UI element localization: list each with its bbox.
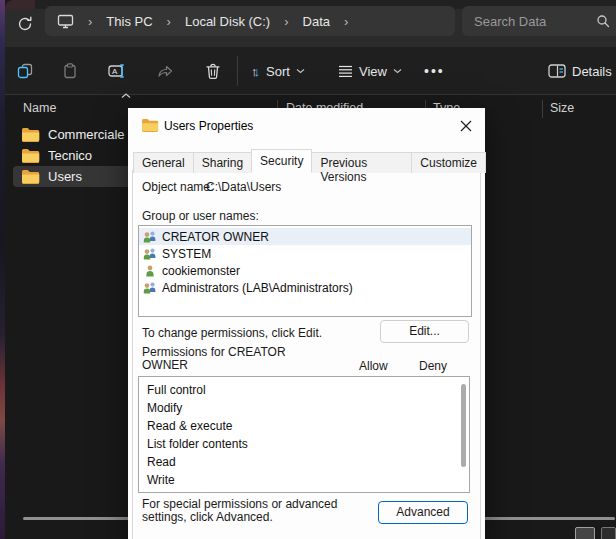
tab-security[interactable]: Security <box>251 149 312 173</box>
sort-ascending-icon <box>121 93 131 99</box>
copy-icon <box>16 62 34 80</box>
breadcrumb-local-disk[interactable]: Local Disk (C:) <box>185 14 270 29</box>
advanced-button[interactable]: Advanced <box>378 501 468 524</box>
chevron-right-icon: › <box>88 14 92 29</box>
sort-button[interactable]: ↑↓ Sort <box>251 58 305 84</box>
principal-creator-owner[interactable]: CREATOR OWNER <box>139 228 471 245</box>
allow-column-label: Allow <box>359 359 388 373</box>
search-icon <box>596 14 610 28</box>
view-icon <box>338 65 353 78</box>
principal-system[interactable]: SYSTEM <box>139 245 471 262</box>
svg-text:A: A <box>112 67 118 76</box>
share-button[interactable] <box>152 58 178 84</box>
object-name-value: C:\Data\Users <box>206 180 281 194</box>
file-name: Tecnico <box>48 148 92 163</box>
permissions-list[interactable]: Full control Modify Read & execute List … <box>138 376 470 493</box>
refresh-icon <box>16 15 34 33</box>
dialog-tabs: General Sharing Security Previous Versio… <box>133 149 485 173</box>
chevron-down-icon <box>296 68 305 74</box>
permission-modify[interactable]: Modify <box>139 399 469 417</box>
breadcrumb-data[interactable]: Data <box>303 14 330 29</box>
delete-button[interactable] <box>200 58 226 84</box>
permissions-for-label: Permissions for CREATOR OWNER <box>142 346 302 372</box>
users-properties-dialog: Users Properties General Sharing Securit… <box>128 108 485 539</box>
group-or-user-names-list[interactable]: CREATOR OWNER SYSTEM cookiemonster <box>138 225 472 317</box>
rename-icon: A <box>107 62 127 80</box>
permission-read-execute[interactable]: Read & execute <box>139 417 469 435</box>
permissions-scrollbar[interactable] <box>461 384 466 467</box>
paste-icon <box>61 62 79 80</box>
sort-label: Sort <box>266 64 290 79</box>
screen: › This PC › Local Disk (C:) › Data › <box>0 0 616 539</box>
deny-column-label: Deny <box>419 359 447 373</box>
copy-button[interactable] <box>12 58 38 84</box>
principal-cookiemonster[interactable]: cookiemonster <box>139 262 471 279</box>
tab-sharing[interactable]: Sharing <box>193 152 252 173</box>
bottom-right-icon <box>601 527 616 539</box>
column-header-name[interactable]: Name <box>23 101 56 115</box>
folder-icon <box>21 127 40 142</box>
breadcrumb-this-pc[interactable]: This PC <box>106 14 152 29</box>
trash-icon <box>204 62 222 80</box>
command-toolbar <box>5 47 616 95</box>
file-name: Commerciale <box>48 127 125 142</box>
group-icon <box>142 281 158 295</box>
permission-list-folder-contents[interactable]: List folder contents <box>139 435 469 453</box>
view-button[interactable]: View <box>338 58 402 84</box>
advanced-hint: For special permissions or advanced sett… <box>142 498 374 524</box>
chevron-down-icon <box>393 68 402 74</box>
permission-full-control[interactable]: Full control <box>139 381 469 399</box>
tab-general[interactable]: General <box>133 152 194 173</box>
refresh-button[interactable] <box>16 15 34 33</box>
principal-name: SYSTEM <box>162 247 211 261</box>
search-input[interactable] <box>474 14 584 29</box>
folder-icon <box>21 169 40 184</box>
chevron-right-icon: › <box>284 14 288 29</box>
group-icon <box>142 247 158 261</box>
object-name-label: Object name: <box>142 180 213 194</box>
column-header-size[interactable]: Size <box>550 101 574 115</box>
principal-name: cookiemonster <box>162 264 240 278</box>
search-box[interactable] <box>462 6 616 36</box>
close-icon <box>458 118 474 134</box>
view-label: View <box>359 64 387 79</box>
more-options-button[interactable]: ••• <box>424 58 445 84</box>
details-label: Details <box>572 64 612 79</box>
edit-button[interactable]: Edit... <box>380 320 469 343</box>
tab-customize[interactable]: Customize <box>411 152 486 173</box>
ellipsis-icon: ••• <box>424 63 445 79</box>
permission-write[interactable]: Write <box>139 471 469 489</box>
dialog-title: Users Properties <box>164 119 253 133</box>
permission-special[interactable]: Special permissions <box>139 489 469 493</box>
principal-name: CREATOR OWNER <box>162 230 269 244</box>
tab-previous-versions[interactable]: Previous Versions <box>311 152 412 173</box>
group-icon <box>142 230 158 244</box>
principal-administrators[interactable]: Administrators (LAB\Administrators) <box>139 279 471 296</box>
column-divider[interactable] <box>542 100 543 118</box>
paste-button[interactable] <box>57 58 83 84</box>
principal-name: Administrators (LAB\Administrators) <box>162 281 353 295</box>
folder-icon <box>141 118 159 132</box>
share-icon <box>156 62 174 80</box>
chevron-right-icon: › <box>344 14 348 29</box>
details-button[interactable]: Details <box>548 58 612 84</box>
permission-read[interactable]: Read <box>139 453 469 471</box>
rename-button[interactable]: A <box>104 58 130 84</box>
sort-icon: ↑↓ <box>251 64 260 79</box>
this-pc-icon <box>57 14 74 29</box>
folder-icon <box>21 148 40 163</box>
user-icon <box>142 264 158 278</box>
edit-hint: To change permissions, click Edit. <box>142 326 322 340</box>
close-button[interactable] <box>458 118 474 134</box>
breadcrumb[interactable]: › This PC › Local Disk (C:) › Data › <box>45 6 455 36</box>
bottom-right-icon <box>575 527 595 539</box>
file-name: Users <box>48 169 82 184</box>
group-or-user-names-label: Group or user names: <box>142 209 259 223</box>
toolbar-divider <box>237 56 238 86</box>
details-pane-icon <box>548 64 566 78</box>
chevron-right-icon: › <box>167 14 171 29</box>
